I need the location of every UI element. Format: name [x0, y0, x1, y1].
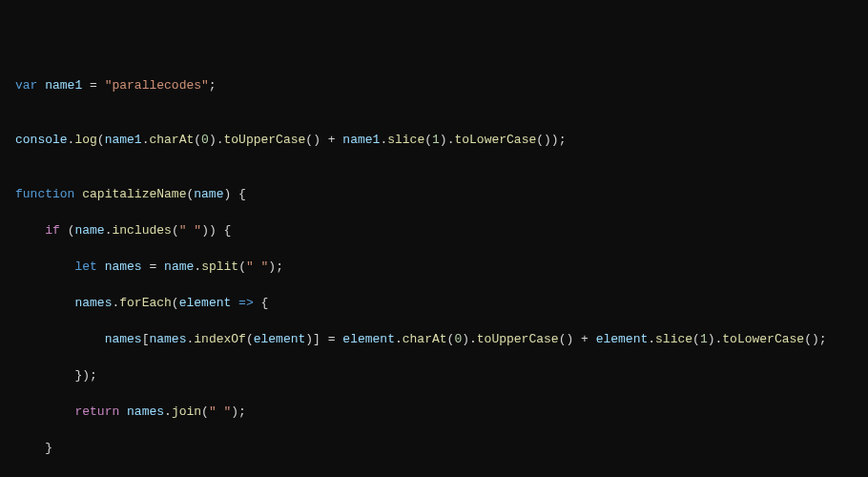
- code-line: var name1 = "parallecodes";: [15, 76, 853, 94]
- code-line: console.log(name1.charAt(0).toUpperCase(…: [15, 131, 853, 149]
- code-line: });: [15, 366, 853, 384]
- code-line: return names.join(" ");: [15, 403, 853, 421]
- code-line: names.forEach(element => {: [15, 294, 853, 312]
- code-line: }: [15, 439, 853, 457]
- code-line: names[names.indexOf(element)] = element.…: [15, 330, 853, 348]
- code-line: let names = name.split(" ");: [15, 258, 853, 276]
- code-line: function capitalizeName(name) {: [15, 185, 853, 203]
- code-editor[interactable]: var name1 = "parallecodes"; console.log(…: [15, 76, 853, 477]
- code-line: if (name.includes(" ")) {: [15, 221, 853, 239]
